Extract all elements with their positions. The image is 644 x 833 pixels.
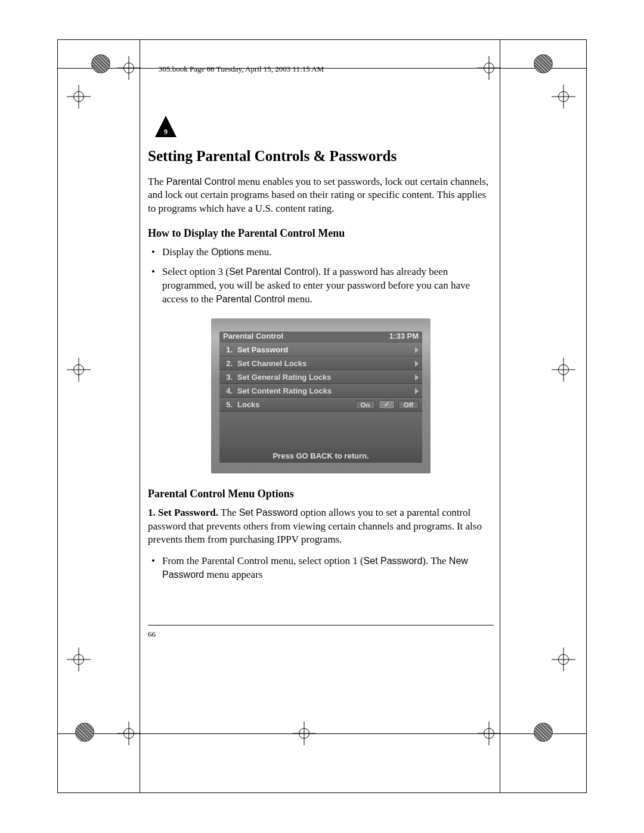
list-item: Display the Options menu.	[148, 246, 494, 259]
text: ). The	[422, 555, 449, 566]
options-paragraph: 1. Set Password. The Set Password option…	[148, 506, 494, 546]
subheading-howto: How to Display the Parental Control Menu	[148, 227, 494, 240]
section-title: Setting Parental Controls & Passwords	[148, 148, 494, 165]
registration-mark	[552, 358, 575, 382]
text: Display the	[162, 246, 211, 258]
print-mark-icon	[75, 723, 94, 742]
ui-term: Options	[211, 247, 244, 257]
osd-blank-area	[219, 411, 422, 448]
footer-rule	[148, 625, 494, 625]
registration-mark	[477, 721, 501, 745]
crop-line	[500, 39, 500, 793]
osd-row: 2. Set Channel Locks	[219, 357, 422, 370]
osd-row-number: 1.	[223, 345, 233, 354]
text: menu appears	[204, 569, 262, 580]
chevron-right-icon	[415, 388, 419, 394]
ui-term: Set Password	[239, 507, 298, 518]
chapter-number: 9	[164, 128, 168, 136]
text: The	[148, 176, 166, 187]
content-area: Setting Parental Controls & Passwords Th…	[148, 148, 494, 588]
list-item: From the Parental Control menu, select o…	[148, 555, 494, 582]
registration-mark	[552, 85, 575, 109]
chevron-right-icon	[415, 347, 419, 353]
ui-term: Set Parental Control	[229, 267, 315, 277]
options-list: From the Parental Control menu, select o…	[148, 555, 494, 582]
osd-row-label: Set Content Rating Locks	[237, 386, 408, 395]
intro-paragraph: The Parental Control menu enables you to…	[148, 175, 494, 215]
bold-lead: 1. Set Password.	[148, 507, 218, 518]
registration-mark	[117, 721, 141, 745]
osd-row: 3. Set General Rating Locks	[219, 370, 422, 384]
registration-mark	[552, 648, 575, 671]
osd-onoff-group: On ✓ Off	[355, 400, 419, 409]
osd-clock: 1:33 PM	[389, 332, 419, 340]
text: Select option 3 (	[162, 266, 229, 277]
text: menu.	[285, 293, 312, 305]
howto-list: Display the Options menu. Select option …	[148, 246, 494, 306]
registration-mark	[67, 85, 91, 109]
print-mark-icon	[534, 723, 553, 742]
registration-mark	[67, 648, 91, 671]
osd-off-button: Off	[398, 401, 419, 409]
osd-row-label: Set General Rating Locks	[237, 373, 408, 382]
osd-row: 4. Set Content Rating Locks	[219, 384, 422, 398]
text: From the Parental Control menu, select o…	[162, 555, 364, 566]
osd-title-text: Parental Control	[223, 332, 283, 340]
text: The	[218, 507, 239, 518]
osd-check-icon: ✓	[379, 400, 395, 409]
osd-row-number: 2.	[223, 359, 233, 368]
osd-row: 5. Locks On ✓ Off	[219, 398, 422, 411]
ui-term: Parental Control	[216, 294, 285, 304]
ui-term: Parental Control	[166, 176, 236, 187]
osd-titlebar: Parental Control 1:33 PM	[219, 332, 422, 343]
chapter-tab: 9	[154, 114, 178, 138]
header-metadata: 305.book Page 66 Tuesday, April 15, 2003…	[159, 64, 324, 74]
chevron-right-icon	[415, 361, 419, 367]
page-number: 66	[148, 630, 156, 639]
osd-row: 1. Set Password	[219, 343, 422, 357]
crop-line	[140, 39, 140, 793]
osd-footer: Press GO BACK to return.	[219, 448, 422, 463]
osd-row-number: 3.	[223, 373, 233, 382]
list-item: Select option 3 (Set Parental Control). …	[148, 265, 494, 306]
osd-row-label: Set Password	[237, 345, 408, 354]
osd-row-label: Set Channel Locks	[237, 359, 408, 368]
osd-row-number: 4.	[223, 386, 233, 395]
print-mark-icon	[534, 54, 553, 73]
text: menu.	[244, 246, 271, 258]
registration-mark	[117, 56, 141, 80]
registration-mark	[477, 56, 501, 80]
registration-mark	[67, 358, 91, 382]
registration-mark	[292, 721, 316, 745]
osd-row-number: 5.	[223, 400, 233, 409]
tv-osd-screenshot: Parental Control 1:33 PM 1. Set Password…	[211, 318, 431, 473]
ui-term: Set Password	[364, 556, 423, 566]
subheading-options: Parental Control Menu Options	[148, 488, 494, 500]
osd-row-label: Locks	[237, 400, 351, 409]
osd-on-button: On	[355, 401, 375, 409]
chevron-right-icon	[415, 374, 419, 380]
print-mark-icon	[91, 54, 110, 73]
